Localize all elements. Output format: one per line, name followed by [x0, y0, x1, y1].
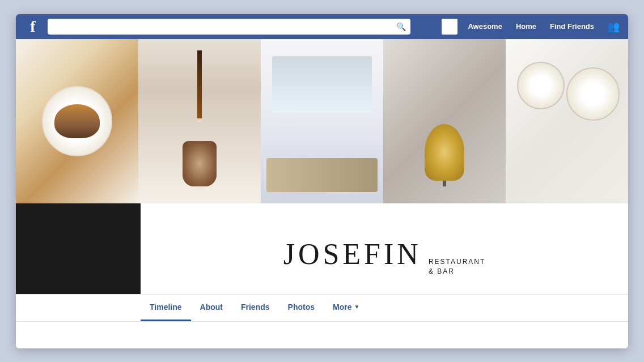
profile-photo: [16, 203, 141, 294]
cover-photo-pasta: [506, 39, 628, 203]
tab-friends[interactable]: Friends: [232, 294, 279, 321]
tab-about[interactable]: About: [191, 294, 232, 321]
browser-window: f 🔍 Awesome Home Find Friends 👥: [16, 14, 628, 348]
nav-right: Awesome Home Find Friends 👥: [442, 19, 621, 35]
cover-photo-food-plate: [16, 39, 138, 203]
page-content: JOSEFIN RESTAURANT & BAR Timeline About …: [16, 39, 628, 348]
cover-photo-area: [16, 39, 628, 203]
facebook-navbar: f 🔍 Awesome Home Find Friends 👥: [16, 14, 628, 39]
people-icon[interactable]: 👥: [605, 19, 621, 35]
brand-sub-line2: & BAR: [429, 267, 485, 276]
tab-timeline[interactable]: Timeline: [141, 294, 191, 321]
nav-link-home[interactable]: Home: [510, 22, 542, 31]
tab-photos[interactable]: Photos: [279, 294, 324, 321]
profile-section: JOSEFIN RESTAURANT & BAR: [16, 203, 628, 294]
facebook-logo-letter: f: [30, 18, 35, 36]
brand-name-area: JOSEFIN RESTAURANT & BAR: [141, 220, 628, 294]
nav-link-awesome[interactable]: Awesome: [462, 22, 507, 31]
brand-name: JOSEFIN RESTAURANT & BAR: [283, 237, 486, 276]
brand-main-name: JOSEFIN: [283, 237, 422, 271]
more-arrow-icon: ▼: [354, 304, 359, 310]
profile-badge[interactable]: [442, 19, 457, 35]
search-icon[interactable]: 🔍: [396, 22, 406, 31]
brand-sub-line1: RESTAURANT: [429, 257, 485, 267]
search-bar: 🔍: [48, 19, 410, 35]
tab-more[interactable]: More ▼: [324, 294, 368, 321]
cover-photo-restaurant-interior: [261, 39, 383, 203]
cover-photo-cocktail: [383, 39, 506, 203]
page-navigation: Timeline About Friends Photos More ▼: [16, 294, 628, 321]
search-input[interactable]: [52, 22, 394, 31]
cover-photo-chocolate-pour: [138, 39, 261, 203]
brand-subtitle: RESTAURANT & BAR: [429, 257, 485, 276]
nav-link-find-friends[interactable]: Find Friends: [544, 22, 600, 31]
facebook-logo[interactable]: f: [23, 16, 43, 37]
